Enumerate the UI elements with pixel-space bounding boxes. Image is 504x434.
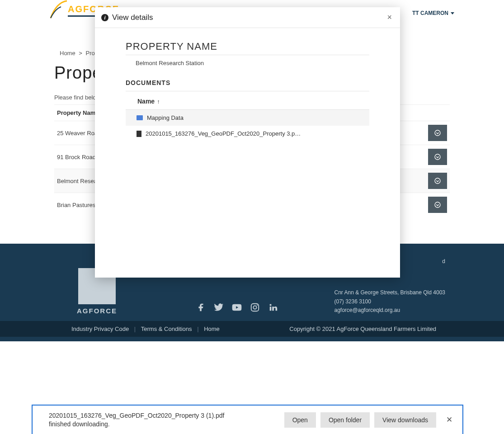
open-file-button[interactable]: Open <box>284 412 316 428</box>
footer-brand-name: AGFORCE <box>77 307 117 315</box>
footer-links: Industry Privacy Code | Terms & Conditio… <box>68 326 223 332</box>
property-name-cell: 91 Brock Road <box>57 154 96 160</box>
view-downloads-button[interactable]: View downloads <box>374 412 436 428</box>
footer-bottom-bar: Industry Privacy Code | Terms & Conditio… <box>0 321 504 337</box>
instagram-icon[interactable] <box>250 302 260 312</box>
download-message: 20201015_163276_Veg_GeoPDF_Oct2020_Prope… <box>49 411 248 429</box>
breadcrumb-home[interactable]: Home <box>60 50 75 57</box>
open-folder-button[interactable]: Open folder <box>320 412 370 428</box>
svg-point-6 <box>257 305 258 306</box>
property-name-label: PROPERTY NAME <box>126 41 369 55</box>
modal-body: PROPERTY NAME Belmont Research Station D… <box>95 28 400 154</box>
download-notification: 20201015_163276_Veg_GeoPDF_Oct2020_Prope… <box>32 405 463 434</box>
footer-contact-phone: (07) 3236 3100 <box>334 297 445 306</box>
doc-file-name: 20201015_163276_Veg_GeoPDF_Oct2020_Prope… <box>146 130 301 137</box>
linkedin-icon[interactable] <box>268 302 278 312</box>
svg-point-1 <box>435 154 440 160</box>
footer-contact-address: Cnr Ann & George Streets, Brisbane Qld 4… <box>334 288 445 297</box>
expand-row-button[interactable] <box>428 149 447 165</box>
breadcrumb-sep: > <box>79 50 82 57</box>
twitter-icon[interactable] <box>214 302 224 312</box>
view-details-modal: i View details × PROPERTY NAME Belmont R… <box>95 7 400 278</box>
property-name-value: Belmont Research Station <box>126 60 369 66</box>
svg-point-5 <box>254 306 257 309</box>
folder-icon <box>137 115 143 120</box>
chevron-down-circle-icon <box>434 153 441 160</box>
footer-link-privacy[interactable]: Industry Privacy Code <box>71 326 129 332</box>
property-name-cell: Brian Pastures <box>57 202 95 208</box>
footer-copyright: Copyright © 2021 AgForce Queensland Farm… <box>289 326 436 332</box>
user-menu-label: TT CAMERON <box>412 10 448 16</box>
doc-folder-name: Mapping Data <box>147 114 184 121</box>
doc-col-name: Name <box>137 98 155 105</box>
modal-header: i View details × <box>95 7 400 28</box>
brand-swoosh-icon <box>50 0 68 20</box>
chevron-down-circle-icon <box>434 129 441 137</box>
chevron-down-circle-icon <box>434 177 441 184</box>
modal-title: View details <box>112 13 153 22</box>
documents-label: DOCUMENTS <box>126 79 369 91</box>
youtube-icon[interactable] <box>232 302 242 312</box>
expand-row-button[interactable] <box>428 173 447 189</box>
expand-row-button[interactable] <box>428 197 447 213</box>
user-menu[interactable]: TT CAMERON <box>412 0 454 16</box>
sort-asc-icon: ↑ <box>157 98 160 105</box>
expand-row-button[interactable] <box>428 125 447 141</box>
svg-point-0 <box>435 130 440 136</box>
footer-link-home[interactable]: Home <box>204 326 220 332</box>
info-icon: i <box>101 14 108 21</box>
chevron-down-circle-icon <box>434 201 441 208</box>
close-button[interactable]: × <box>385 13 394 22</box>
close-notification-button[interactable]: ✕ <box>446 415 452 425</box>
caret-down-icon <box>451 12 454 14</box>
svg-point-3 <box>435 202 440 208</box>
footer-link-terms[interactable]: Terms & Conditions <box>141 326 192 332</box>
property-name-cell: Belmont Resea <box>57 178 97 184</box>
facebook-icon[interactable] <box>196 302 206 312</box>
doc-folder-row[interactable]: Mapping Data <box>126 110 369 126</box>
property-name-cell: 25 Weaver Roa <box>57 130 98 137</box>
doc-file-row[interactable]: 20201015_163276_Veg_GeoPDF_Oct2020_Prope… <box>126 126 369 142</box>
doc-table-header[interactable]: Name ↑ <box>126 93 369 110</box>
svg-point-2 <box>435 178 440 184</box>
file-icon <box>137 131 141 137</box>
social-icons <box>173 302 278 315</box>
footer-contact-email[interactable]: agforce@agforceqld.org.au <box>334 306 445 315</box>
